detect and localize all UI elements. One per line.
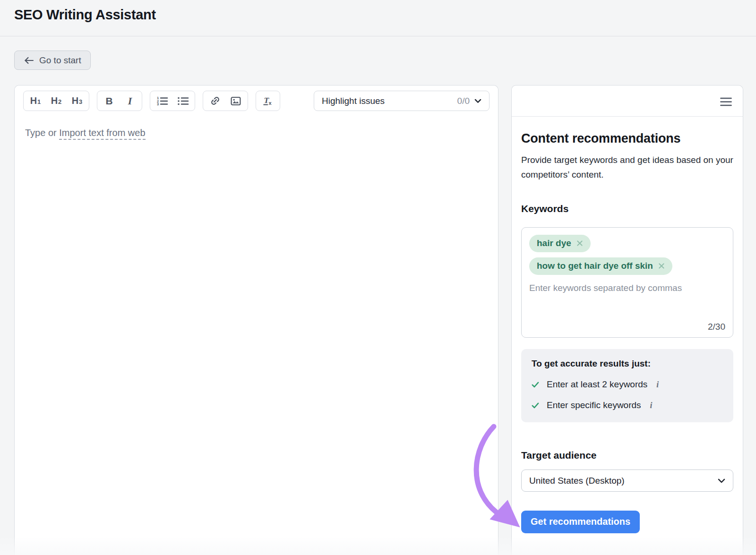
clear-format-group: Tx <box>256 91 280 111</box>
arrow-left-icon <box>24 57 34 64</box>
target-audience-heading: Target audience <box>521 450 733 461</box>
keywords-input[interactable]: hair dye how to get hair dye off skin En… <box>521 227 733 338</box>
remove-keyword-icon[interactable] <box>576 240 583 247</box>
insert-buttons-group <box>203 91 248 111</box>
editor-card: H1 H2 H3 B I 123 <box>14 85 498 555</box>
heading-buttons-group: H1 H2 H3 <box>23 91 89 111</box>
chevron-down-icon <box>474 99 481 103</box>
bold-button[interactable]: B <box>99 92 120 110</box>
content-recommendations-panel: Content recommendations Provide target k… <box>511 85 743 555</box>
get-recommendations-button[interactable]: Get recommendations <box>521 511 640 533</box>
app-header: SEO Writing Assistant <box>0 0 756 36</box>
clear-formatting-icon: Tx <box>262 95 274 107</box>
tips-heading: To get accurate results just: <box>532 359 723 369</box>
keywords-heading: Keywords <box>521 203 733 214</box>
keywords-placeholder: Enter keywords separated by commas <box>529 283 682 293</box>
ordered-list-icon: 123 <box>156 95 168 107</box>
keyword-tag-label: how to get hair dye off skin <box>537 261 653 271</box>
check-icon <box>532 382 539 388</box>
editor-toolbar: H1 H2 H3 B I 123 <box>15 85 498 111</box>
heading2-button[interactable]: H2 <box>46 92 67 110</box>
hamburger-icon <box>720 97 732 106</box>
import-text-from-web-link[interactable]: Import text from web <box>59 128 145 140</box>
image-icon <box>230 95 241 107</box>
tip-item-label: Enter at least 2 keywords <box>547 379 647 390</box>
editor-text-area[interactable]: Type or Import text from web <box>15 111 498 155</box>
svg-text:3: 3 <box>157 102 159 106</box>
issues-count: 0/0 <box>457 96 470 106</box>
keyword-tag: how to get hair dye off skin <box>529 257 672 275</box>
text-style-group: B I <box>97 91 142 111</box>
go-to-start-button[interactable]: Go to start <box>14 51 91 70</box>
tip-item-label: Enter specific keywords <box>547 400 641 410</box>
list-buttons-group: 123 <box>150 91 195 111</box>
remove-keyword-icon[interactable] <box>658 263 665 269</box>
tip-item: Enter specific keywords i <box>532 400 723 410</box>
svg-text:x: x <box>269 100 272 106</box>
insert-image-button[interactable] <box>225 92 246 110</box>
heading1-button[interactable]: H1 <box>25 92 46 110</box>
target-audience-select[interactable]: United States (Desktop) <box>521 470 733 492</box>
panel-title: Content recommendations <box>521 131 733 146</box>
check-icon <box>532 402 539 409</box>
info-icon[interactable]: i <box>656 380 659 390</box>
tips-box: To get accurate results just: Enter at l… <box>521 349 733 422</box>
link-icon <box>209 95 221 107</box>
chevron-down-icon <box>718 478 725 483</box>
highlight-issues-label: Highlight issues <box>322 96 385 106</box>
ordered-list-button[interactable]: 123 <box>152 92 172 110</box>
keywords-counter: 2/30 <box>708 322 725 332</box>
insert-link-button[interactable] <box>205 92 225 110</box>
clear-formatting-button[interactable]: Tx <box>258 92 278 110</box>
go-to-start-label: Go to start <box>39 55 81 66</box>
keyword-tag: hair dye <box>529 235 591 252</box>
info-icon[interactable]: i <box>650 401 653 410</box>
bullet-list-icon <box>177 95 189 107</box>
editor-placeholder: Type or <box>25 128 59 138</box>
italic-button[interactable]: I <box>120 92 140 110</box>
tip-item: Enter at least 2 keywords i <box>532 379 723 390</box>
heading3-button[interactable]: H3 <box>67 92 87 110</box>
page-title: SEO Writing Assistant <box>14 7 156 23</box>
panel-menu-button[interactable] <box>718 95 733 108</box>
bullet-list-button[interactable] <box>172 92 193 110</box>
target-audience-selected: United States (Desktop) <box>529 476 625 486</box>
panel-description: Provide target keywords and get ideas ba… <box>521 153 733 182</box>
panel-top-bar <box>512 85 743 117</box>
keyword-tag-label: hair dye <box>537 238 571 248</box>
panel-body: Content recommendations Provide target k… <box>512 117 743 533</box>
highlight-issues-dropdown[interactable]: Highlight issues 0/0 <box>314 91 490 111</box>
